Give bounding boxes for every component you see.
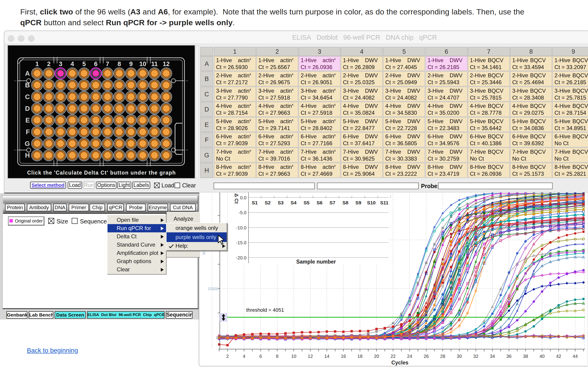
- svg-text:-20.0: -20.0: [236, 255, 246, 260]
- svg-text:0.0: 0.0: [240, 195, 246, 200]
- svg-text:38: 38: [523, 354, 528, 359]
- svg-text:H: H: [25, 152, 30, 159]
- svg-text:8: 8: [118, 60, 121, 67]
- svg-text:10000: 10000: [208, 287, 218, 291]
- svg-text:28: 28: [440, 354, 445, 359]
- svg-text:S1: S1: [252, 200, 258, 205]
- svg-text:E: E: [26, 117, 30, 124]
- svg-text:Click the 'Calculate Delta Ct': Click the 'Calculate Delta Ct' button un…: [27, 170, 176, 176]
- svg-text:8: 8: [276, 354, 278, 359]
- svg-text:-10.0: -10.0: [236, 225, 246, 230]
- svg-text:7: 7: [106, 60, 109, 67]
- svg-text:G: G: [25, 140, 30, 147]
- svg-text:S9: S9: [355, 200, 361, 205]
- svg-text:32: 32: [473, 354, 478, 359]
- svg-text:2: 2: [47, 60, 51, 67]
- svg-text:threshold = 4051: threshold = 4051: [246, 307, 284, 313]
- svg-text:S3: S3: [278, 200, 284, 205]
- svg-text:S7: S7: [330, 200, 336, 205]
- svg-text:S8: S8: [342, 200, 348, 205]
- svg-text:36: 36: [506, 354, 511, 359]
- svg-text:5: 5: [82, 60, 86, 67]
- svg-text:D: D: [25, 105, 30, 112]
- svg-text:-5.0: -5.0: [239, 210, 246, 215]
- svg-text:11: 11: [151, 60, 158, 67]
- svg-text:1: 1: [35, 60, 39, 67]
- svg-text:24: 24: [407, 354, 412, 359]
- svg-text:0: 0: [216, 336, 218, 340]
- svg-text:26: 26: [424, 354, 429, 359]
- svg-text:S2: S2: [265, 200, 271, 205]
- svg-text:6: 6: [94, 60, 97, 67]
- svg-text:10: 10: [291, 354, 296, 359]
- svg-text:S11: S11: [380, 200, 389, 205]
- svg-text:S5: S5: [304, 200, 310, 205]
- svg-text:3: 3: [59, 60, 62, 67]
- svg-text:S4: S4: [291, 200, 296, 205]
- svg-text:6: 6: [259, 354, 262, 359]
- svg-text:B: B: [25, 81, 30, 89]
- svg-text:-15.0: -15.0: [236, 240, 246, 245]
- svg-text:44: 44: [573, 354, 578, 359]
- svg-text:A: A: [25, 70, 30, 77]
- svg-text:22: 22: [390, 354, 396, 359]
- svg-text:18: 18: [357, 354, 363, 359]
- svg-text:12: 12: [163, 60, 170, 67]
- svg-text:4: 4: [243, 354, 245, 359]
- svg-text:F: F: [26, 128, 30, 135]
- svg-text:12: 12: [308, 354, 313, 359]
- svg-text:2: 2: [226, 354, 229, 359]
- svg-text:9: 9: [129, 60, 133, 67]
- svg-text:20: 20: [374, 354, 379, 359]
- svg-text:30: 30: [457, 354, 462, 359]
- svg-text:40: 40: [540, 354, 545, 359]
- svg-text:16: 16: [341, 354, 346, 359]
- svg-text:42: 42: [556, 354, 561, 359]
- svg-text:S6: S6: [317, 200, 322, 205]
- svg-text:34: 34: [490, 354, 495, 359]
- svg-text:10: 10: [139, 60, 146, 67]
- svg-text:Sample number: Sample number: [296, 259, 336, 265]
- svg-text:Δ Ct: Δ Ct: [233, 193, 239, 204]
- svg-text:4: 4: [70, 60, 74, 67]
- svg-text:C: C: [25, 93, 30, 100]
- svg-text:S10: S10: [367, 200, 376, 205]
- svg-text:Cycles: Cycles: [391, 360, 408, 366]
- svg-text:14: 14: [324, 354, 329, 359]
